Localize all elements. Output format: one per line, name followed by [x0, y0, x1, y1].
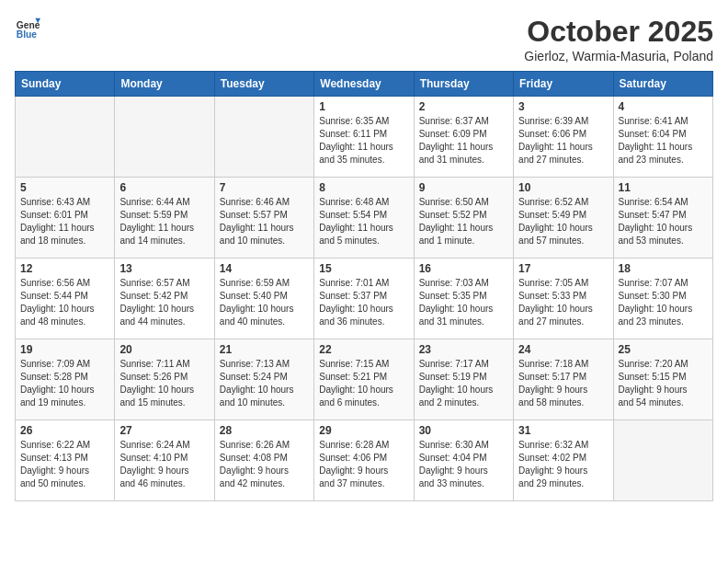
- calendar-cell: 28Sunrise: 6:26 AM Sunset: 4:08 PM Dayli…: [214, 420, 313, 501]
- day-number: 21: [220, 343, 309, 356]
- calendar-cell: 23Sunrise: 7:17 AM Sunset: 5:19 PM Dayli…: [414, 339, 513, 420]
- day-info: Sunrise: 6:39 AM Sunset: 6:06 PM Dayligh…: [518, 115, 608, 167]
- day-info: Sunrise: 6:22 AM Sunset: 4:13 PM Dayligh…: [20, 439, 109, 490]
- calendar-cell: 3Sunrise: 6:39 AM Sunset: 6:06 PM Daylig…: [514, 97, 613, 178]
- calendar-cell: 13Sunrise: 6:57 AM Sunset: 5:42 PM Dayli…: [115, 259, 214, 339]
- day-info: Sunrise: 6:35 AM Sunset: 6:11 PM Dayligh…: [319, 115, 408, 167]
- day-info: Sunrise: 6:24 AM Sunset: 4:10 PM Dayligh…: [119, 439, 209, 490]
- day-number: 4: [619, 100, 708, 113]
- day-number: 25: [619, 343, 708, 356]
- day-number: 8: [319, 181, 408, 194]
- calendar-cell: 25Sunrise: 7:20 AM Sunset: 5:15 PM Dayli…: [613, 339, 712, 420]
- calendar-cell: 16Sunrise: 7:03 AM Sunset: 5:35 PM Dayli…: [414, 259, 513, 339]
- calendar-week-row: 12Sunrise: 6:56 AM Sunset: 5:44 PM Dayli…: [16, 259, 713, 339]
- day-number: 9: [419, 181, 508, 194]
- day-info: Sunrise: 7:05 AM Sunset: 5:33 PM Dayligh…: [518, 277, 608, 328]
- day-info: Sunrise: 6:57 AM Sunset: 5:42 PM Dayligh…: [119, 277, 209, 328]
- calendar-week-row: 5Sunrise: 6:43 AM Sunset: 6:01 PM Daylig…: [16, 178, 713, 259]
- day-info: Sunrise: 7:17 AM Sunset: 5:19 PM Dayligh…: [419, 358, 508, 409]
- header: General Blue October 2025 Gierloz, Warmi…: [15, 15, 713, 63]
- calendar-cell: [115, 97, 214, 178]
- calendar-table: SundayMondayTuesdayWednesdayThursdayFrid…: [15, 71, 713, 501]
- calendar-week-row: 26Sunrise: 6:22 AM Sunset: 4:13 PM Dayli…: [16, 420, 713, 501]
- title-area: October 2025 Gierloz, Warmia-Masuria, Po…: [524, 15, 713, 63]
- day-number: 14: [220, 262, 309, 275]
- day-number: 29: [319, 424, 408, 437]
- day-info: Sunrise: 6:26 AM Sunset: 4:08 PM Dayligh…: [220, 439, 309, 490]
- calendar-cell: 26Sunrise: 6:22 AM Sunset: 4:13 PM Dayli…: [16, 420, 115, 501]
- day-info: Sunrise: 6:44 AM Sunset: 5:59 PM Dayligh…: [119, 196, 209, 247]
- calendar-cell: 17Sunrise: 7:05 AM Sunset: 5:33 PM Dayli…: [514, 259, 613, 339]
- day-number: 7: [220, 181, 309, 194]
- day-info: Sunrise: 6:32 AM Sunset: 4:02 PM Dayligh…: [518, 439, 608, 490]
- day-number: 16: [419, 262, 508, 275]
- day-number: 15: [319, 262, 408, 275]
- day-number: 10: [518, 181, 608, 194]
- calendar-cell: 27Sunrise: 6:24 AM Sunset: 4:10 PM Dayli…: [115, 420, 214, 501]
- calendar-cell: 15Sunrise: 7:01 AM Sunset: 5:37 PM Dayli…: [314, 259, 414, 339]
- calendar-cell: 14Sunrise: 6:59 AM Sunset: 5:40 PM Dayli…: [214, 259, 313, 339]
- day-number: 31: [518, 424, 608, 437]
- day-info: Sunrise: 6:56 AM Sunset: 5:44 PM Dayligh…: [20, 277, 109, 328]
- day-info: Sunrise: 7:20 AM Sunset: 5:15 PM Dayligh…: [619, 358, 708, 409]
- day-number: 26: [20, 424, 109, 437]
- calendar-cell: 5Sunrise: 6:43 AM Sunset: 6:01 PM Daylig…: [16, 178, 115, 259]
- calendar-cell: 18Sunrise: 7:07 AM Sunset: 5:30 PM Dayli…: [613, 259, 712, 339]
- day-number: 2: [419, 100, 508, 113]
- day-number: 6: [119, 181, 209, 194]
- day-info: Sunrise: 7:01 AM Sunset: 5:37 PM Dayligh…: [319, 277, 408, 328]
- day-number: 11: [619, 181, 708, 194]
- logo-icon: General Blue: [15, 15, 40, 40]
- weekday-header: Monday: [115, 72, 214, 97]
- day-info: Sunrise: 6:28 AM Sunset: 4:06 PM Dayligh…: [319, 439, 408, 490]
- calendar-cell: [613, 420, 712, 501]
- weekday-header: Tuesday: [214, 72, 313, 97]
- day-number: 19: [20, 343, 109, 356]
- day-info: Sunrise: 6:48 AM Sunset: 5:54 PM Dayligh…: [319, 196, 408, 247]
- day-number: 22: [319, 343, 408, 356]
- calendar-cell: 19Sunrise: 7:09 AM Sunset: 5:28 PM Dayli…: [16, 339, 115, 420]
- logo: General Blue: [15, 15, 40, 40]
- day-number: 30: [419, 424, 508, 437]
- calendar-cell: 24Sunrise: 7:18 AM Sunset: 5:17 PM Dayli…: [514, 339, 613, 420]
- day-info: Sunrise: 6:43 AM Sunset: 6:01 PM Dayligh…: [20, 196, 109, 247]
- weekday-header: Friday: [514, 72, 613, 97]
- day-number: 1: [319, 100, 408, 113]
- day-number: 24: [518, 343, 608, 356]
- day-info: Sunrise: 7:07 AM Sunset: 5:30 PM Dayligh…: [619, 277, 708, 328]
- weekday-header: Wednesday: [314, 72, 414, 97]
- calendar-cell: [16, 97, 115, 178]
- calendar-cell: 9Sunrise: 6:50 AM Sunset: 5:52 PM Daylig…: [414, 178, 513, 259]
- location: Gierloz, Warmia-Masuria, Poland: [524, 49, 713, 63]
- calendar-cell: 1Sunrise: 6:35 AM Sunset: 6:11 PM Daylig…: [314, 97, 414, 178]
- calendar-cell: 20Sunrise: 7:11 AM Sunset: 5:26 PM Dayli…: [115, 339, 214, 420]
- svg-text:Blue: Blue: [17, 29, 38, 40]
- weekday-header: Saturday: [613, 72, 712, 97]
- day-info: Sunrise: 7:11 AM Sunset: 5:26 PM Dayligh…: [119, 358, 209, 409]
- day-number: 12: [20, 262, 109, 275]
- calendar-week-row: 1Sunrise: 6:35 AM Sunset: 6:11 PM Daylig…: [16, 97, 713, 178]
- day-info: Sunrise: 6:59 AM Sunset: 5:40 PM Dayligh…: [220, 277, 309, 328]
- day-number: 5: [20, 181, 109, 194]
- day-info: Sunrise: 7:03 AM Sunset: 5:35 PM Dayligh…: [419, 277, 508, 328]
- day-number: 20: [119, 343, 209, 356]
- weekday-header-row: SundayMondayTuesdayWednesdayThursdayFrid…: [16, 72, 713, 97]
- calendar-cell: 4Sunrise: 6:41 AM Sunset: 6:04 PM Daylig…: [613, 97, 712, 178]
- day-info: Sunrise: 6:37 AM Sunset: 6:09 PM Dayligh…: [419, 115, 508, 167]
- calendar-cell: 2Sunrise: 6:37 AM Sunset: 6:09 PM Daylig…: [414, 97, 513, 178]
- day-number: 18: [619, 262, 708, 275]
- day-info: Sunrise: 7:15 AM Sunset: 5:21 PM Dayligh…: [319, 358, 408, 409]
- day-number: 28: [220, 424, 309, 437]
- day-info: Sunrise: 6:46 AM Sunset: 5:57 PM Dayligh…: [220, 196, 309, 247]
- day-info: Sunrise: 6:52 AM Sunset: 5:49 PM Dayligh…: [518, 196, 608, 247]
- weekday-header: Sunday: [16, 72, 115, 97]
- calendar-cell: 30Sunrise: 6:30 AM Sunset: 4:04 PM Dayli…: [414, 420, 513, 501]
- calendar-cell: 31Sunrise: 6:32 AM Sunset: 4:02 PM Dayli…: [514, 420, 613, 501]
- calendar-cell: [214, 97, 313, 178]
- month-title: October 2025: [524, 15, 713, 49]
- calendar-cell: 6Sunrise: 6:44 AM Sunset: 5:59 PM Daylig…: [115, 178, 214, 259]
- day-info: Sunrise: 7:09 AM Sunset: 5:28 PM Dayligh…: [20, 358, 109, 409]
- day-info: Sunrise: 7:18 AM Sunset: 5:17 PM Dayligh…: [518, 358, 608, 409]
- calendar-cell: 7Sunrise: 6:46 AM Sunset: 5:57 PM Daylig…: [214, 178, 313, 259]
- day-info: Sunrise: 6:54 AM Sunset: 5:47 PM Dayligh…: [619, 196, 708, 247]
